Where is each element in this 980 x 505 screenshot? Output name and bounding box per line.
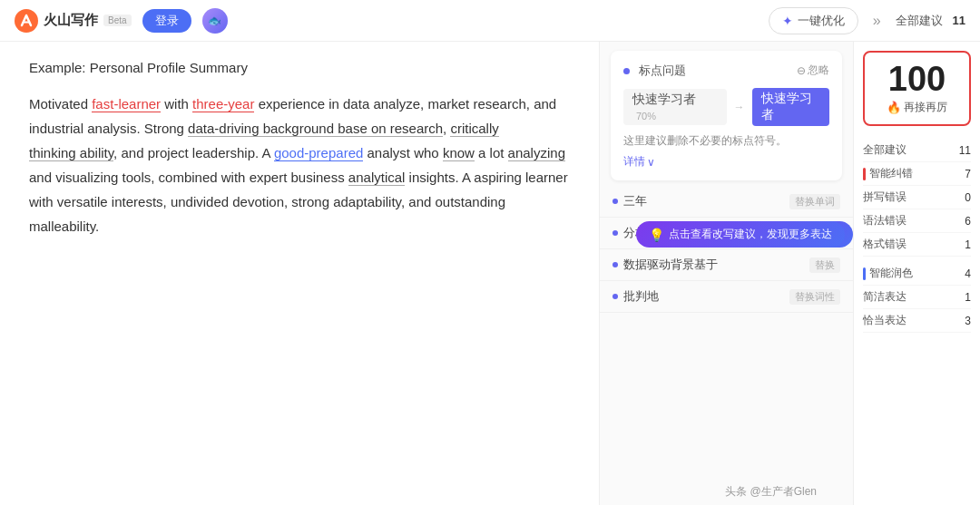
main-content: Example: Personal Profile Summary Motiva… xyxy=(0,42,980,505)
right-panel: 100 🔥 再接再厉 全部建议 11 智能纠错 7 拼写错误 0 xyxy=(853,42,980,505)
suggestion-row-sannian[interactable]: 三年 替换单词 xyxy=(600,186,853,218)
right-row-count: 11 xyxy=(959,144,971,157)
card-dot: 标点问题 xyxy=(623,62,686,79)
highlight-good-prepared[interactable]: good-prepared xyxy=(274,145,363,161)
optimize-button[interactable]: ✦ 一键优化 xyxy=(769,7,858,34)
underline-analytical[interactable]: analytical xyxy=(348,170,406,186)
doc-body: Motivated fast-learner with three-year e… xyxy=(29,92,570,238)
word-compare: 快速学习者 70% → 快速学习者 xyxy=(623,88,829,126)
underline-know[interactable]: know xyxy=(443,145,475,161)
card-label: 标点问题 xyxy=(639,63,686,77)
card-header: 标点问题 ⊖ 忽略 xyxy=(623,62,829,79)
fire-icon: 🔥 xyxy=(887,101,901,114)
suggestion-card: 标点问题 ⊖ 忽略 快速学习者 70% → 快速学习者 这里建议删除不必要的标点… xyxy=(611,51,842,180)
word-suggested[interactable]: 快速学习者 xyxy=(752,88,830,126)
logo-icon xyxy=(15,9,38,33)
right-row-smartfix[interactable]: 智能纠错 7 xyxy=(863,162,971,186)
right-row-label: 格式错误 xyxy=(863,237,906,252)
underline-analyzing[interactable]: analyzing xyxy=(508,145,565,161)
right-row-count: 0 xyxy=(965,191,971,204)
discover-button[interactable]: 发现更多表达 2 xyxy=(748,221,853,248)
login-button[interactable]: 登录 xyxy=(142,9,191,33)
blue-bar xyxy=(863,267,866,280)
right-row-spelling[interactable]: 拼写错误 0 xyxy=(863,186,971,209)
right-row-label: 恰当表达 xyxy=(863,313,906,328)
row-tag: 替换词性 xyxy=(789,289,840,305)
word-score: 70% xyxy=(636,111,656,121)
row-text: 数据驱动背景基于 xyxy=(623,257,804,273)
doc-title: Example: Personal Profile Summary xyxy=(29,60,570,75)
ignore-button[interactable]: ⊖ 忽略 xyxy=(797,63,829,78)
right-row-count: 6 xyxy=(965,215,971,228)
right-row-label: 全部建议 xyxy=(863,142,906,158)
card-detail-button[interactable]: 详情 ∨ xyxy=(623,154,829,170)
word-original: 快速学习者 70% xyxy=(623,89,727,125)
top-nav: 火山写作 Beta 登录 🐟 ✦ 一键优化 » 全部建议 11 xyxy=(0,0,980,42)
right-row-grammar[interactable]: 语法错误 6 xyxy=(863,209,971,233)
watermark: 头条 @生产者Glen xyxy=(725,484,817,500)
chevron-down-icon: ∨ xyxy=(647,156,655,169)
row-text: 三年 xyxy=(623,193,784,209)
suggestion-row-pipan[interactable]: 批判地 替换词性 xyxy=(600,281,853,313)
row-dot xyxy=(612,230,618,236)
highlight-three-year[interactable]: three-year xyxy=(192,96,254,112)
right-row-all[interactable]: 全部建议 11 xyxy=(863,139,971,162)
avatar: 🐟 xyxy=(202,8,228,34)
row-dot xyxy=(612,262,618,267)
row-text: 批判地 xyxy=(623,288,784,305)
right-row-count: 3 xyxy=(965,315,971,327)
beta-badge: Beta xyxy=(103,15,132,26)
middle-panel: 标点问题 ⊖ 忽略 快速学习者 70% → 快速学习者 这里建议删除不必要的标点… xyxy=(599,42,853,505)
row-tag: 替换 xyxy=(809,257,840,273)
score-box: 100 🔥 再接再厉 xyxy=(863,51,971,126)
suggestions-number: 11 xyxy=(953,14,965,27)
suggestion-row-shuju[interactable]: 数据驱动背景基于 替换 💡 点击查看改写建议，发现更多表达 发现更多表达 2 xyxy=(600,249,853,281)
right-row-count: 4 xyxy=(965,267,971,280)
right-row-label: 智能润色 xyxy=(869,266,913,281)
right-row-concise[interactable]: 简洁表达 1 xyxy=(863,286,971,309)
editor-area: Example: Personal Profile Summary Motiva… xyxy=(0,42,599,505)
right-row-count: 1 xyxy=(965,238,971,251)
right-row-appropriate[interactable]: 恰当表达 3 xyxy=(863,309,971,333)
suggestions-count: 全部建议 11 xyxy=(896,13,965,29)
score-number: 100 xyxy=(874,62,960,96)
active-bar xyxy=(863,168,866,180)
card-desc: 这里建议删除不必要的标点符号。 xyxy=(623,133,829,149)
right-row-format[interactable]: 格式错误 1 xyxy=(863,233,971,257)
right-row-count: 1 xyxy=(965,291,971,304)
ignore-icon: ⊖ xyxy=(797,64,806,77)
underline-data-driving[interactable]: data-driving background base on research xyxy=(188,121,443,137)
logo-text: 火山写作 xyxy=(44,12,98,29)
right-row-polish[interactable]: 智能润色 4 xyxy=(863,262,971,286)
svg-point-0 xyxy=(15,9,38,33)
highlight-fast-learner[interactable]: fast-learner xyxy=(92,96,161,112)
right-row-label: 简洁表达 xyxy=(863,289,906,305)
right-row-label: 语法错误 xyxy=(863,213,906,228)
right-row-count: 7 xyxy=(965,168,971,180)
more-button[interactable]: » xyxy=(869,13,885,29)
row-tag: 替换单词 xyxy=(789,194,840,209)
row-dot xyxy=(612,294,618,299)
right-row-label: 智能纠错 xyxy=(869,166,913,181)
right-row-label: 拼写错误 xyxy=(863,189,906,205)
optimize-label: 一键优化 xyxy=(798,13,845,29)
row-dot xyxy=(612,199,618,204)
logo-area: 火山写作 Beta xyxy=(15,9,132,33)
optimize-icon: ✦ xyxy=(782,14,793,28)
discover-label: 发现更多表达 xyxy=(759,227,824,242)
discover-badge: 2 xyxy=(828,228,842,240)
score-label: 🔥 再接再厉 xyxy=(874,100,960,115)
